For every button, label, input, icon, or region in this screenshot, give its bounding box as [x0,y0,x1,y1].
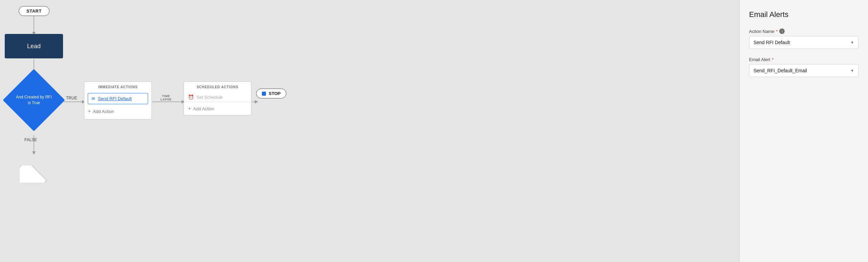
action-name-chevron: ▼ [850,40,854,44]
action-name-group: Action Name * i Send RFI Default ▼ [749,29,859,49]
false-label: FALSE [24,137,37,142]
email-alert-input[interactable]: Send_RFI_Default_Email ▼ [749,64,859,77]
true-label: TRUE [66,96,77,100]
email-alert-group: Email Alert * Send_RFI_Default_Email ▼ [749,57,859,77]
flow-connectors [0,0,739,262]
scheduled-actions-box: SCHEDULED ACTIONS ⏰ Set Schedule + Add A… [184,81,251,115]
action-item-label[interactable]: Send RFI Default [98,96,132,101]
action-name-info-icon[interactable]: i [779,29,785,34]
action-name-value: Send RFI Default [753,40,790,45]
right-panel: Email Alerts Action Name * i Send RFI De… [739,0,868,262]
send-rfi-default-action[interactable]: ✉ Send RFI Default [88,93,148,104]
immediate-actions-box: IMMEDIATE ACTIONS ✉ Send RFI Default + A… [84,81,152,119]
immediate-actions-header: IMMEDIATE ACTIONS [84,82,151,91]
immediate-add-action-label: Add Action [93,109,114,114]
set-schedule-label: Set Schedule [197,95,223,100]
action-name-input[interactable]: Send RFI Default ▼ [749,36,859,49]
time-lapse-label: TIME LAPSE [156,91,176,101]
start-label: START [26,8,42,14]
email-alert-chevron: ▼ [850,69,854,73]
action-name-label-row: Action Name * i [749,29,859,34]
scheduled-add-action-button[interactable]: + Add Action [184,102,251,115]
email-alert-required: * [772,57,773,62]
stop-node[interactable]: STOP [256,89,286,98]
flow-canvas: START Lead And Created by RFI is True TR… [0,0,739,262]
action-name-label: Action Name [749,29,774,34]
diamond-node[interactable]: And Created by RFI is True [5,73,63,127]
lead-label: Lead [27,43,41,50]
email-alert-label: Email Alert [749,57,770,62]
diamond-text: And Created by RFI is True [15,94,53,106]
scheduled-add-action-label: Add Action [193,106,214,111]
email-alert-value: Send_RFI_Default_Email [753,68,807,73]
panel-title: Email Alerts [749,10,859,19]
email-icon: ✉ [91,96,95,101]
bottom-diamond-hint [20,166,48,183]
start-node: START [19,6,49,16]
scheduled-actions-header: SCHEDULED ACTIONS [184,82,251,91]
svg-marker-11 [32,151,36,155]
plus-icon: + [88,108,91,114]
scheduled-plus-icon: + [188,106,191,112]
stop-label: STOP [269,91,281,96]
set-schedule-row[interactable]: ⏰ Set Schedule [184,91,251,102]
clock-icon: ⏰ [188,94,194,100]
immediate-add-action-button[interactable]: + Add Action [88,107,148,116]
lead-box[interactable]: Lead [5,34,63,58]
stop-icon [262,92,266,96]
email-alert-label-row: Email Alert * [749,57,859,62]
svg-marker-9 [255,100,258,104]
action-name-required: * [776,29,778,34]
